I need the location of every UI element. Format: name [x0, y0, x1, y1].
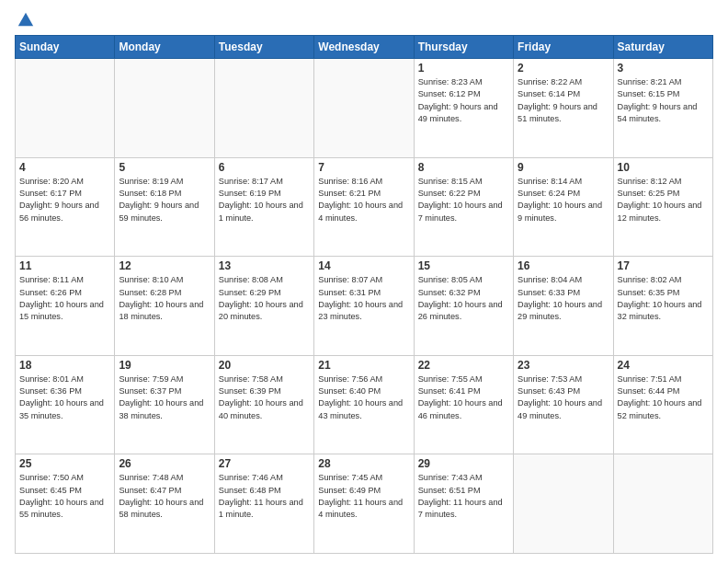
day-info: Sunrise: 8:11 AM Sunset: 6:26 PM Dayligh… [19, 274, 110, 323]
day-cell: 3Sunrise: 8:21 AM Sunset: 6:15 PM Daylig… [613, 59, 712, 158]
logo-icon [17, 11, 35, 29]
day-info: Sunrise: 7:50 AM Sunset: 6:45 PM Dayligh… [19, 472, 110, 521]
day-number: 2 [518, 62, 609, 75]
day-cell: 21Sunrise: 7:56 AM Sunset: 6:40 PM Dayli… [314, 355, 414, 454]
day-cell: 22Sunrise: 7:55 AM Sunset: 6:41 PM Dayli… [414, 355, 513, 454]
day-number: 18 [19, 359, 110, 372]
day-cell [514, 454, 613, 554]
day-cell: 20Sunrise: 7:58 AM Sunset: 6:39 PM Dayli… [214, 355, 313, 454]
day-cell: 19Sunrise: 7:59 AM Sunset: 6:37 PM Dayli… [115, 355, 214, 454]
svg-marker-0 [18, 13, 33, 27]
day-info: Sunrise: 8:17 AM Sunset: 6:19 PM Dayligh… [219, 176, 310, 224]
day-cell: 16Sunrise: 8:04 AM Sunset: 6:33 PM Dayli… [514, 257, 613, 356]
day-number: 21 [318, 359, 409, 372]
day-number: 22 [418, 359, 509, 372]
day-info: Sunrise: 8:14 AM Sunset: 6:24 PM Dayligh… [518, 176, 609, 224]
day-cell: 9Sunrise: 8:14 AM Sunset: 6:24 PM Daylig… [514, 157, 613, 257]
day-number: 5 [119, 161, 210, 174]
day-cell: 23Sunrise: 7:53 AM Sunset: 6:43 PM Dayli… [514, 355, 613, 454]
day-cell: 5Sunrise: 8:19 AM Sunset: 6:18 PM Daylig… [115, 157, 214, 257]
day-info: Sunrise: 8:12 AM Sunset: 6:25 PM Dayligh… [618, 176, 709, 224]
day-info: Sunrise: 7:56 AM Sunset: 6:40 PM Dayligh… [318, 373, 409, 422]
week-row-3: 18Sunrise: 8:01 AM Sunset: 6:36 PM Dayli… [16, 355, 713, 454]
dow-header-saturday: Saturday [613, 36, 712, 59]
day-cell [16, 59, 115, 158]
day-number: 24 [618, 359, 709, 372]
day-number: 23 [518, 359, 609, 372]
day-cell [314, 59, 414, 158]
day-info: Sunrise: 8:02 AM Sunset: 6:35 PM Dayligh… [618, 274, 709, 323]
day-info: Sunrise: 7:46 AM Sunset: 6:48 PM Dayligh… [219, 472, 310, 521]
day-number: 15 [418, 259, 509, 272]
day-number: 1 [418, 62, 509, 75]
day-info: Sunrise: 8:07 AM Sunset: 6:31 PM Dayligh… [318, 274, 409, 323]
day-number: 27 [219, 457, 310, 470]
day-info: Sunrise: 8:08 AM Sunset: 6:29 PM Dayligh… [219, 274, 310, 323]
day-cell [214, 59, 313, 158]
day-cell [115, 59, 214, 158]
day-info: Sunrise: 7:43 AM Sunset: 6:51 PM Dayligh… [418, 472, 509, 521]
day-number: 4 [19, 161, 110, 174]
day-info: Sunrise: 8:04 AM Sunset: 6:33 PM Dayligh… [518, 274, 609, 323]
day-cell: 28Sunrise: 7:45 AM Sunset: 6:49 PM Dayli… [314, 454, 414, 554]
week-row-0: 1Sunrise: 8:23 AM Sunset: 6:12 PM Daylig… [16, 59, 713, 158]
day-cell: 1Sunrise: 8:23 AM Sunset: 6:12 PM Daylig… [414, 59, 513, 158]
day-cell: 8Sunrise: 8:15 AM Sunset: 6:22 PM Daylig… [414, 157, 513, 257]
day-number: 3 [618, 62, 709, 75]
day-info: Sunrise: 8:05 AM Sunset: 6:32 PM Dayligh… [418, 274, 509, 323]
day-number: 11 [19, 259, 110, 272]
day-cell: 27Sunrise: 7:46 AM Sunset: 6:48 PM Dayli… [214, 454, 313, 554]
day-number: 28 [318, 457, 409, 470]
day-number: 29 [418, 457, 509, 470]
day-number: 25 [19, 457, 110, 470]
day-cell: 7Sunrise: 8:16 AM Sunset: 6:21 PM Daylig… [314, 157, 414, 257]
day-cell: 26Sunrise: 7:48 AM Sunset: 6:47 PM Dayli… [115, 454, 214, 554]
day-number: 10 [618, 161, 709, 174]
day-info: Sunrise: 8:19 AM Sunset: 6:18 PM Dayligh… [119, 176, 210, 224]
day-cell: 11Sunrise: 8:11 AM Sunset: 6:26 PM Dayli… [16, 257, 115, 356]
day-number: 14 [318, 259, 409, 272]
day-info: Sunrise: 7:51 AM Sunset: 6:44 PM Dayligh… [618, 373, 709, 422]
day-info: Sunrise: 8:20 AM Sunset: 6:17 PM Dayligh… [19, 176, 110, 224]
day-number: 17 [618, 259, 709, 272]
day-cell: 24Sunrise: 7:51 AM Sunset: 6:44 PM Dayli… [613, 355, 712, 454]
header [15, 11, 713, 28]
dow-header-tuesday: Tuesday [214, 36, 313, 59]
day-cell: 15Sunrise: 8:05 AM Sunset: 6:32 PM Dayli… [414, 257, 513, 356]
day-info: Sunrise: 7:58 AM Sunset: 6:39 PM Dayligh… [219, 373, 310, 422]
day-number: 6 [219, 161, 310, 174]
day-cell: 4Sunrise: 8:20 AM Sunset: 6:17 PM Daylig… [16, 157, 115, 257]
day-cell: 2Sunrise: 8:22 AM Sunset: 6:14 PM Daylig… [514, 59, 613, 158]
dow-header-monday: Monday [115, 36, 214, 59]
week-row-1: 4Sunrise: 8:20 AM Sunset: 6:17 PM Daylig… [16, 157, 713, 257]
day-of-week-row: SundayMondayTuesdayWednesdayThursdayFrid… [16, 36, 713, 59]
day-info: Sunrise: 7:59 AM Sunset: 6:37 PM Dayligh… [119, 373, 210, 422]
day-info: Sunrise: 7:48 AM Sunset: 6:47 PM Dayligh… [119, 472, 210, 521]
day-number: 12 [119, 259, 210, 272]
day-info: Sunrise: 8:15 AM Sunset: 6:22 PM Dayligh… [418, 176, 509, 224]
day-info: Sunrise: 7:55 AM Sunset: 6:41 PM Dayligh… [418, 373, 509, 422]
day-cell: 25Sunrise: 7:50 AM Sunset: 6:45 PM Dayli… [16, 454, 115, 554]
day-cell: 13Sunrise: 8:08 AM Sunset: 6:29 PM Dayli… [214, 257, 313, 356]
day-cell: 14Sunrise: 8:07 AM Sunset: 6:31 PM Dayli… [314, 257, 414, 356]
week-row-2: 11Sunrise: 8:11 AM Sunset: 6:26 PM Dayli… [16, 257, 713, 356]
day-cell: 17Sunrise: 8:02 AM Sunset: 6:35 PM Dayli… [613, 257, 712, 356]
day-cell: 18Sunrise: 8:01 AM Sunset: 6:36 PM Dayli… [16, 355, 115, 454]
day-number: 8 [418, 161, 509, 174]
day-number: 7 [318, 161, 409, 174]
day-info: Sunrise: 8:01 AM Sunset: 6:36 PM Dayligh… [19, 373, 110, 422]
day-info: Sunrise: 8:21 AM Sunset: 6:15 PM Dayligh… [618, 76, 709, 125]
day-number: 13 [219, 259, 310, 272]
day-info: Sunrise: 8:23 AM Sunset: 6:12 PM Dayligh… [418, 76, 509, 125]
day-number: 26 [119, 457, 210, 470]
day-number: 19 [119, 359, 210, 372]
logo [15, 11, 35, 28]
day-cell: 29Sunrise: 7:43 AM Sunset: 6:51 PM Dayli… [414, 454, 513, 554]
day-info: Sunrise: 8:16 AM Sunset: 6:21 PM Dayligh… [318, 176, 409, 224]
day-number: 20 [219, 359, 310, 372]
day-info: Sunrise: 8:22 AM Sunset: 6:14 PM Dayligh… [518, 76, 609, 125]
day-info: Sunrise: 8:10 AM Sunset: 6:28 PM Dayligh… [119, 274, 210, 323]
day-cell: 12Sunrise: 8:10 AM Sunset: 6:28 PM Dayli… [115, 257, 214, 356]
day-number: 9 [518, 161, 609, 174]
dow-header-sunday: Sunday [16, 36, 115, 59]
